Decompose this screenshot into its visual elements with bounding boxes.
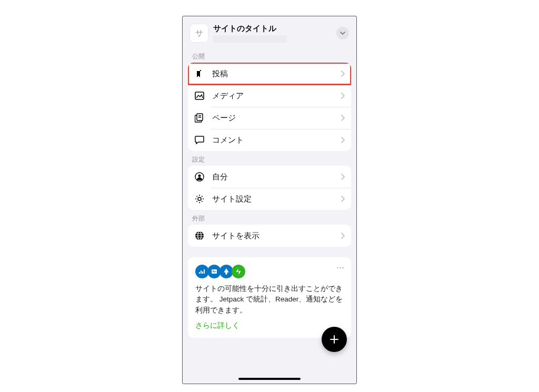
gear-icon xyxy=(194,194,205,204)
svg-point-4 xyxy=(198,197,201,200)
row-view-site[interactable]: サイトを表示 xyxy=(188,225,351,247)
svg-rect-0 xyxy=(195,92,204,99)
chevron-right-icon xyxy=(341,115,345,121)
row-label: サイト設定 xyxy=(212,194,334,204)
pages-icon xyxy=(194,113,205,123)
group-external: サイトを表示 xyxy=(188,225,351,247)
row-posts[interactable]: 投稿 xyxy=(188,63,351,85)
card-menu-button[interactable]: ⋯ xyxy=(336,263,345,272)
row-label: コメント xyxy=(212,135,334,145)
media-icon xyxy=(194,91,205,101)
chevron-right-icon xyxy=(341,233,345,239)
section-label-settings: 設定 xyxy=(183,151,356,166)
row-label: 投稿 xyxy=(212,69,334,79)
section-label-external: 外部 xyxy=(183,210,356,225)
person-icon xyxy=(194,172,205,182)
plus-icon xyxy=(329,334,340,345)
jetpack-icons xyxy=(195,265,344,278)
comments-icon xyxy=(194,135,205,145)
home-indicator xyxy=(238,378,301,380)
row-label: 自分 xyxy=(212,172,334,182)
posts-icon xyxy=(194,68,205,79)
row-pages[interactable]: ページ xyxy=(188,107,351,129)
jetpack-icon xyxy=(232,265,245,278)
row-me[interactable]: 自分 xyxy=(188,166,351,188)
phone-frame: サ サイトのタイトル 公開 投稿 メディア xyxy=(182,16,357,384)
site-header: サ サイトのタイトル xyxy=(183,16,356,48)
row-media[interactable]: メディア xyxy=(188,85,351,107)
row-label: メディア xyxy=(212,91,334,101)
group-settings: 自分 サイト設定 xyxy=(188,166,351,210)
row-site-settings[interactable]: サイト設定 xyxy=(188,188,351,210)
svg-rect-8 xyxy=(213,270,214,271)
chevron-right-icon xyxy=(341,137,345,143)
row-comments[interactable]: コメント xyxy=(188,129,351,151)
chevron-down-icon xyxy=(340,32,345,35)
chevron-right-icon xyxy=(341,196,345,202)
jetpack-learn-more[interactable]: さらに詳しく xyxy=(195,321,344,330)
chevron-right-icon xyxy=(341,71,345,77)
site-title: サイトのタイトル xyxy=(213,24,331,34)
collapse-button[interactable] xyxy=(336,27,349,39)
site-badge[interactable]: サ xyxy=(190,24,208,42)
chevron-right-icon xyxy=(341,174,345,180)
svg-point-3 xyxy=(198,175,201,177)
svg-rect-9 xyxy=(213,272,216,272)
group-publish: 投稿 メディア ページ xyxy=(188,63,351,151)
globe-icon xyxy=(194,230,205,241)
chevron-right-icon xyxy=(341,93,345,99)
jetpack-card: ⋯ サイトの可能性を十分に引き出すことができます。 Jetpack で統計、Re… xyxy=(188,257,351,338)
site-title-block: サイトのタイトル xyxy=(213,24,331,43)
row-label: ページ xyxy=(212,113,334,123)
jetpack-description: サイトの可能性を十分に引き出すことができます。 Jetpack で統計、Read… xyxy=(195,284,344,316)
create-button[interactable] xyxy=(322,327,347,352)
site-url-placeholder xyxy=(213,35,287,43)
row-label: サイトを表示 xyxy=(212,231,334,241)
section-label-publish: 公開 xyxy=(183,48,356,63)
